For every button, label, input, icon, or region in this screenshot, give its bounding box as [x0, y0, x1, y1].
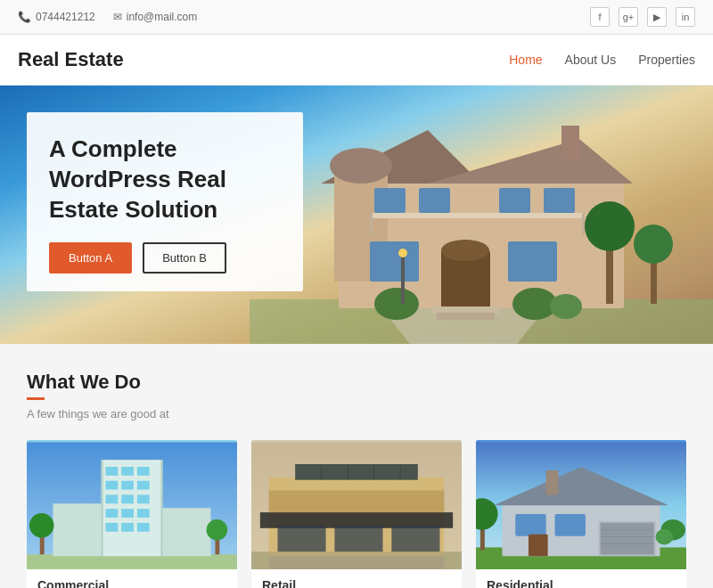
svg-rect-47	[106, 523, 119, 532]
nav-properties[interactable]: Properties	[638, 53, 695, 67]
svg-rect-75	[601, 523, 654, 554]
google-plus-icon[interactable]: g+	[619, 7, 638, 27]
svg-rect-11	[544, 188, 575, 213]
svg-point-21	[374, 288, 419, 320]
card-img-retail	[251, 440, 462, 569]
nav-about[interactable]: About Us	[565, 53, 617, 67]
svg-rect-79	[515, 514, 545, 536]
email-address: info@mail.com	[127, 11, 198, 23]
svg-rect-60	[269, 491, 445, 513]
svg-rect-34	[160, 460, 162, 556]
svg-point-29	[398, 249, 407, 257]
svg-rect-28	[401, 255, 405, 304]
hero-button-a[interactable]: Button A	[49, 242, 132, 274]
svg-point-23	[550, 294, 582, 319]
svg-rect-18	[508, 241, 557, 282]
svg-point-16	[441, 240, 489, 261]
card-retail[interactable]: Retail	[251, 440, 462, 588]
hero-title: A Complete WordPress Real Estate Solutio…	[49, 135, 276, 225]
svg-rect-64	[295, 464, 418, 480]
linkedin-icon[interactable]: in	[676, 7, 695, 27]
svg-rect-33	[102, 460, 103, 556]
email-contact: ✉ info@mail.com	[113, 11, 198, 23]
svg-rect-62	[334, 526, 382, 552]
what-we-do-section: What We Do A few things we are good at	[0, 344, 713, 588]
phone-number: 0744421212	[36, 11, 95, 23]
card-label-residential: Residential	[476, 569, 686, 588]
svg-rect-45	[121, 509, 134, 518]
card-img-residential	[476, 440, 686, 569]
svg-rect-9	[419, 188, 450, 213]
svg-rect-40	[137, 481, 150, 490]
card-img-commercial	[27, 440, 237, 569]
hero-content-box: A Complete WordPress Real Estate Solutio…	[27, 112, 303, 291]
svg-rect-51	[162, 508, 210, 556]
svg-rect-38	[106, 481, 119, 490]
svg-rect-44	[106, 509, 119, 518]
svg-rect-36	[121, 467, 134, 476]
svg-point-55	[207, 519, 228, 541]
svg-rect-42	[121, 494, 134, 503]
phone-icon: 📞	[18, 11, 31, 23]
commercial-building-svg	[27, 440, 237, 569]
svg-rect-13	[370, 213, 373, 235]
svg-point-53	[29, 513, 54, 538]
svg-rect-31	[27, 554, 237, 569]
residential-building-svg	[476, 440, 686, 569]
hero-button-b[interactable]: Button B	[143, 242, 226, 274]
svg-point-86	[656, 529, 674, 545]
section-underline	[27, 397, 45, 400]
main-nav: Home About Us Properties	[509, 53, 695, 67]
phone-contact: 📞 0744421212	[18, 11, 95, 23]
svg-rect-50	[53, 503, 102, 556]
svg-rect-43	[137, 494, 150, 503]
svg-rect-14	[582, 213, 585, 235]
svg-rect-49	[137, 523, 150, 532]
svg-rect-61	[278, 526, 326, 552]
svg-rect-19	[432, 306, 499, 314]
svg-rect-48	[121, 523, 134, 532]
hero-section: A Complete WordPress Real Estate Solutio…	[0, 86, 713, 344]
hero-house-illustration	[250, 86, 713, 344]
card-commercial[interactable]: Commercial	[27, 440, 237, 588]
svg-point-7	[330, 148, 392, 184]
svg-rect-12	[370, 213, 584, 218]
svg-rect-17	[370, 241, 419, 282]
svg-rect-63	[391, 526, 439, 552]
retail-building-svg	[251, 440, 462, 569]
svg-rect-81	[529, 535, 548, 557]
svg-rect-41	[106, 494, 119, 503]
topbar-contact: 📞 0744421212 ✉ info@mail.com	[18, 11, 197, 23]
svg-point-27	[634, 225, 673, 264]
card-label-commercial: Commercial	[27, 569, 237, 588]
svg-rect-10	[499, 188, 530, 213]
email-icon: ✉	[113, 11, 122, 23]
property-cards: Commercial	[27, 440, 686, 588]
section-heading: What We Do	[27, 371, 686, 394]
svg-rect-20	[437, 313, 495, 320]
svg-rect-46	[137, 509, 150, 518]
header: Real Estate Home About Us Properties	[0, 35, 713, 86]
hero-buttons: Button A Button B	[49, 242, 276, 274]
svg-point-25	[585, 201, 635, 251]
card-residential[interactable]: Residential	[476, 440, 686, 588]
svg-rect-39	[121, 481, 134, 490]
svg-rect-8	[374, 188, 406, 213]
svg-rect-80	[555, 514, 586, 536]
site-logo: Real Estate	[18, 48, 124, 71]
topbar-socials: f g+ ▶ in	[590, 7, 695, 27]
topbar: 📞 0744421212 ✉ info@mail.com f g+ ▶ in	[0, 0, 713, 35]
youtube-icon[interactable]: ▶	[647, 7, 667, 27]
section-subtitle: A few things we are good at	[27, 407, 686, 421]
nav-home[interactable]: Home	[509, 53, 542, 67]
card-label-retail: Retail	[251, 569, 462, 588]
svg-rect-82	[546, 470, 559, 495]
svg-rect-37	[137, 467, 150, 476]
svg-rect-5	[561, 126, 579, 161]
svg-rect-69	[269, 551, 445, 569]
svg-rect-35	[106, 467, 119, 476]
facebook-icon[interactable]: f	[590, 7, 610, 27]
